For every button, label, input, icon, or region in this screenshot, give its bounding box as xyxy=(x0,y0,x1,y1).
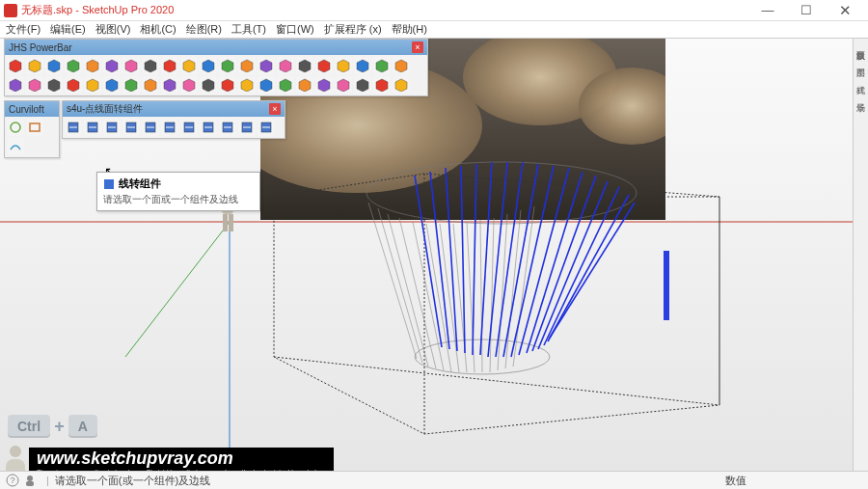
selected-edge[interactable] xyxy=(664,251,669,320)
powerbar-tool-19[interactable] xyxy=(373,57,391,74)
powerbar-tool-26[interactable] xyxy=(103,76,121,94)
menu-tools[interactable]: 工具(T) xyxy=(230,22,268,37)
powerbar-tool-5[interactable] xyxy=(103,57,121,74)
menu-draw[interactable]: 绘图(R) xyxy=(184,22,224,37)
right-trays[interactable]: 默认面板 图层 样式 场景 xyxy=(853,39,868,471)
powerbar-tool-23[interactable] xyxy=(45,76,63,94)
curviloft-path-icon[interactable] xyxy=(7,138,24,155)
svg-marker-52 xyxy=(241,60,253,72)
powerbar-tool-25[interactable] xyxy=(84,76,101,94)
powerbar-tool-13[interactable] xyxy=(258,57,275,74)
svg-line-2 xyxy=(125,222,230,357)
panel-header-powerbar[interactable]: JHS PowerBar × xyxy=(5,40,427,55)
close-button[interactable]: ✕ xyxy=(826,0,864,21)
powerbar-tool-1[interactable] xyxy=(26,57,43,74)
powerbar-tool-22[interactable] xyxy=(26,76,43,94)
powerbar-tool-39[interactable] xyxy=(354,76,371,94)
close-icon[interactable]: × xyxy=(269,103,281,115)
svg-marker-50 xyxy=(203,60,214,72)
powerbar-tool-20[interactable] xyxy=(393,57,410,74)
powerbar-tool-30[interactable] xyxy=(180,76,198,94)
powerbar-tool-37[interactable] xyxy=(315,76,333,94)
menu-help[interactable]: 帮助(H) xyxy=(390,22,429,37)
s4u-tool-10[interactable] xyxy=(258,119,275,136)
powerbar-tool-32[interactable] xyxy=(219,76,236,94)
bounding-box xyxy=(274,174,719,434)
powerbar-tool-28[interactable] xyxy=(142,76,159,94)
powerbar-tool-14[interactable] xyxy=(277,57,294,74)
s4u-tool-1[interactable] xyxy=(84,119,101,136)
menu-edit[interactable]: 编辑(E) xyxy=(48,22,88,37)
svg-text:?: ? xyxy=(10,475,14,485)
panel-jhs-powerbar[interactable]: JHS PowerBar × xyxy=(4,39,428,96)
curviloft-loft-icon[interactable] xyxy=(7,119,24,136)
powerbar-tool-34[interactable] xyxy=(258,76,275,94)
person-icon[interactable] xyxy=(23,474,37,487)
s4u-tool-4[interactable] xyxy=(142,119,159,136)
powerbar-tool-21[interactable] xyxy=(7,76,24,94)
curviloft-skin-icon[interactable] xyxy=(26,119,43,136)
panel-header-curviloft[interactable]: Curviloft xyxy=(5,101,59,117)
minimize-button[interactable]: — xyxy=(748,0,787,21)
powerbar-tool-6[interactable] xyxy=(122,57,140,74)
powerbar-tool-29[interactable] xyxy=(161,76,178,94)
s4u-tool-5[interactable] xyxy=(161,119,178,136)
powerbar-tool-27[interactable] xyxy=(122,76,140,94)
powerbar-tool-3[interactable] xyxy=(65,57,82,74)
s4u-tool-6[interactable] xyxy=(180,119,198,136)
menu-camera[interactable]: 相机(C) xyxy=(138,22,177,37)
powerbar-tool-7[interactable] xyxy=(142,57,159,74)
panel-s4u[interactable]: s4u-点线面转组件 × xyxy=(62,100,285,139)
svg-marker-68 xyxy=(145,79,156,92)
powerbar-tool-24[interactable] xyxy=(65,76,82,94)
svg-marker-67 xyxy=(125,79,137,92)
svg-marker-54 xyxy=(280,60,291,72)
close-icon[interactable]: × xyxy=(412,41,423,53)
powerbar-tool-31[interactable] xyxy=(200,76,217,94)
tool-icon xyxy=(103,178,115,190)
panel-curviloft[interactable]: Curviloft xyxy=(4,100,60,158)
viewport-area[interactable]: JHS PowerBar × Curviloft s4u-点线面转组件 × ↖ … xyxy=(0,39,868,471)
svg-line-23 xyxy=(415,176,442,347)
wire-lamp-model[interactable] xyxy=(366,162,637,374)
menu-window[interactable]: 窗口(W) xyxy=(274,22,316,37)
powerbar-tool-9[interactable] xyxy=(180,57,198,74)
powerbar-tool-4[interactable] xyxy=(84,57,101,74)
s4u-tool-2[interactable] xyxy=(103,119,121,136)
powerbar-tool-38[interactable] xyxy=(335,76,352,94)
powerbar-tool-15[interactable] xyxy=(296,57,313,74)
s4u-tool-0[interactable] xyxy=(65,119,82,136)
powerbar-tool-35[interactable] xyxy=(277,76,294,94)
powerbar-tool-17[interactable] xyxy=(335,57,352,74)
menu-file[interactable]: 文件(F) xyxy=(4,22,42,37)
svg-marker-46 xyxy=(125,60,137,72)
s4u-tool-7[interactable] xyxy=(200,119,217,136)
powerbar-tool-18[interactable] xyxy=(354,57,371,74)
statusbar: ? | 请选取一个面(或一个组件)及边线 数值 xyxy=(0,471,868,489)
menu-ext[interactable]: 扩展程序 (x) xyxy=(322,22,384,37)
help-icon[interactable]: ? xyxy=(6,474,19,487)
svg-rect-106 xyxy=(104,179,114,189)
powerbar-tool-36[interactable] xyxy=(296,76,313,94)
powerbar-tool-11[interactable] xyxy=(219,57,236,74)
maximize-button[interactable]: ☐ xyxy=(787,0,826,21)
svg-line-24 xyxy=(430,172,449,349)
svg-marker-57 xyxy=(338,60,349,72)
s4u-tool-3[interactable] xyxy=(122,119,140,136)
menu-view[interactable]: 视图(V) xyxy=(94,22,133,37)
powerbar-tool-41[interactable] xyxy=(393,76,410,94)
panel-header-s4u[interactable]: s4u-点线面转组件 × xyxy=(63,101,285,117)
powerbar-tool-40[interactable] xyxy=(373,76,391,94)
watermark-url: www.sketchupvray.com xyxy=(37,449,326,469)
s4u-tool-9[interactable] xyxy=(238,119,256,136)
powerbar-tool-2[interactable] xyxy=(45,57,63,74)
svg-marker-76 xyxy=(299,79,311,92)
svg-marker-60 xyxy=(395,60,407,72)
powerbar-tool-16[interactable] xyxy=(315,57,333,74)
powerbar-tool-10[interactable] xyxy=(200,57,217,74)
s4u-tool-8[interactable] xyxy=(219,119,236,136)
powerbar-tool-12[interactable] xyxy=(238,57,256,74)
powerbar-tool-0[interactable] xyxy=(7,57,24,74)
powerbar-tool-8[interactable] xyxy=(161,57,178,74)
powerbar-tool-33[interactable] xyxy=(238,76,256,94)
